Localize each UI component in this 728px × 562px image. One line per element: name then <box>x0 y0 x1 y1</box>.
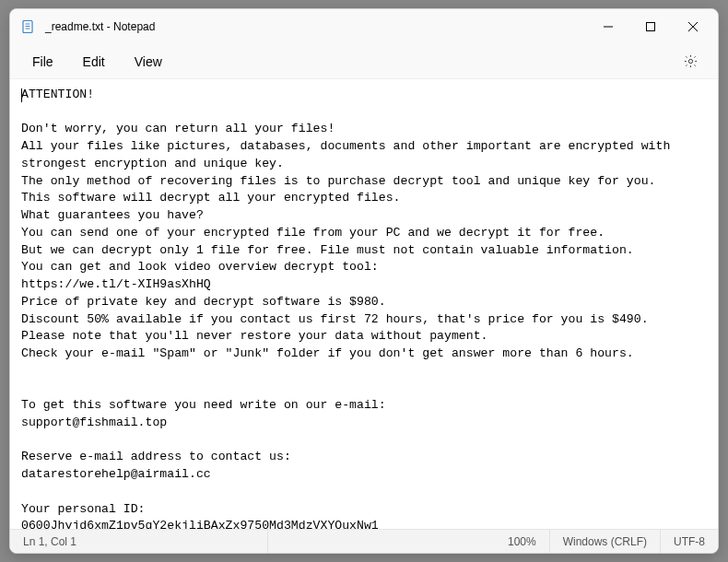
statusbar: Ln 1, Col 1 100% Windows (CRLF) UTF-8 <box>10 529 718 553</box>
status-position: Ln 1, Col 1 <box>10 530 268 553</box>
menu-file[interactable]: File <box>18 49 68 75</box>
menu-edit[interactable]: Edit <box>68 49 120 75</box>
document-text: ATTENTION! Don't worry, you can return a… <box>21 88 677 529</box>
menubar: File Edit View <box>10 44 718 79</box>
svg-rect-5 <box>647 23 655 31</box>
titlebar[interactable]: _readme.txt - Notepad <box>10 9 718 44</box>
close-button[interactable] <box>672 10 714 43</box>
window-controls <box>587 10 714 43</box>
maximize-button[interactable] <box>629 10 672 43</box>
notepad-icon <box>21 19 36 34</box>
text-cursor <box>21 88 22 102</box>
status-eol: Windows (CRLF) <box>550 530 661 553</box>
minimize-button[interactable] <box>587 10 629 43</box>
text-area[interactable]: ATTENTION! Don't worry, you can return a… <box>10 79 718 529</box>
status-zoom[interactable]: 100% <box>495 530 550 553</box>
status-encoding: UTF-8 <box>661 530 718 553</box>
svg-point-8 <box>688 59 692 63</box>
settings-button[interactable] <box>674 45 707 78</box>
window-title: _readme.txt - Notepad <box>45 20 155 33</box>
menu-view[interactable]: View <box>120 49 177 75</box>
notepad-window: _readme.txt - Notepad File Edit View ATT… <box>9 8 719 554</box>
